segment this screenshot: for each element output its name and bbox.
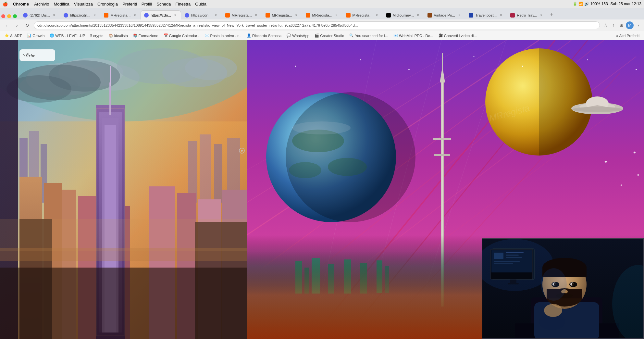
tab-11-favicon (427, 13, 432, 18)
tab-3-close[interactable]: × (132, 13, 137, 18)
svg-point-145 (544, 304, 562, 317)
bookmark-webmail-label: WebMail PEC - De... (399, 34, 433, 38)
refresh-button[interactable]: ↻ (23, 21, 31, 29)
tab-8-close[interactable]: × (334, 13, 339, 18)
tab-7-favicon (266, 13, 270, 18)
tab-4-active[interactable]: https://cdn... × (141, 10, 181, 19)
menu-right: 🔋 📶 🔊 100% 153 Sab 25 mar 12:13 (573, 2, 641, 6)
tab-7[interactable]: MRregista... × (262, 10, 302, 19)
svg-rect-72 (433, 138, 451, 140)
svg-point-70 (286, 92, 415, 222)
menu-cronologia[interactable]: Cronologia (97, 2, 118, 6)
share-icon[interactable]: ↑ (610, 22, 617, 29)
left-image-panel: Yr̃irbe (0, 40, 247, 339)
tab-12[interactable]: Travel post... × (465, 10, 507, 19)
webcam-overlay (482, 238, 644, 339)
tab-1-label: (2762) Dis... (30, 13, 50, 17)
maximize-window-button[interactable] (13, 14, 17, 18)
tab-13-close[interactable]: × (539, 13, 544, 18)
menu-finestra[interactable]: Finestra (175, 2, 191, 6)
bookmark-webmail[interactable]: 📧 WebMail PEC - De... (391, 33, 435, 38)
tab-4-label: https://cdn... (151, 13, 171, 17)
bookmark-star-icon[interactable]: ☆ (602, 22, 609, 29)
tab-13[interactable]: Retro Trav... × (507, 10, 547, 19)
svg-rect-18 (200, 134, 211, 203)
apple-menu[interactable]: 🍎 (3, 2, 8, 6)
bookmark-idealista-icon: 🏠 (109, 33, 113, 38)
bookmark-idealista-label: idealista (114, 34, 128, 38)
menu-visualizza[interactable]: Visualizza (74, 2, 93, 6)
bookmark-growth[interactable]: 📊 Growth (25, 33, 46, 38)
menu-profili[interactable]: Profili (142, 2, 152, 6)
bookmark-formazione[interactable]: 📚 Formazione (131, 33, 160, 38)
bookmark-posta-label: Posta in arrivo - r... (210, 34, 242, 38)
tab-5[interactable]: https://cdn... × (181, 10, 222, 19)
tab-9-favicon (346, 13, 351, 18)
bookmark-ai-art[interactable]: ⭐ AI ART (3, 33, 24, 38)
tab-12-close[interactable]: × (499, 13, 503, 18)
bookmark-search[interactable]: 🔍 You searched for I... (347, 33, 390, 38)
tab-2[interactable]: https://cdn... × (60, 10, 101, 19)
user-profile-icon[interactable]: M (626, 21, 634, 29)
tab-1-favicon (23, 13, 28, 18)
bookmark-idealista[interactable]: 🏠 idealista (107, 33, 130, 38)
tab-11[interactable]: Vintage Po... × (424, 10, 465, 19)
extensions-icon[interactable]: ⊞ (618, 22, 625, 29)
tab-12-favicon (469, 13, 473, 18)
menu-scheda[interactable]: Scheda (156, 2, 171, 6)
bookmark-converti[interactable]: 🎥 Converti i video di... (437, 33, 479, 38)
svg-point-8 (185, 56, 237, 80)
bookmark-calendar[interactable]: 📅 Google Calendar - (162, 33, 202, 38)
tab-10-close[interactable]: × (416, 13, 420, 18)
tab-4-favicon (144, 13, 149, 18)
tab-6[interactable]: MRregista... × (222, 10, 262, 19)
bookmark-riccardo[interactable]: 👤 Riccardo Scrocca (245, 33, 283, 38)
bookmark-more[interactable]: » Altri Preferiti (614, 33, 641, 38)
tab-4-close[interactable]: × (173, 13, 178, 18)
menu-guida[interactable]: Guida (195, 2, 206, 6)
tab-8[interactable]: MRregista... × (302, 10, 342, 19)
tab-9[interactable]: MRregista... × (342, 10, 383, 19)
new-tab-button[interactable]: + (547, 10, 556, 19)
bookmark-posta[interactable]: ✉️ Posta in arrivo - r... (203, 33, 244, 38)
tab-9-close[interactable]: × (375, 13, 379, 18)
minimize-window-button[interactable] (7, 14, 11, 18)
tab-8-favicon (306, 13, 310, 18)
menu-bar: 🍎 Chrome Archivio Modifica Visualizza Cr… (0, 0, 644, 8)
bookmark-crypto[interactable]: ₿ crypto (88, 33, 105, 38)
svg-text:Yr̃irbe: Yr̃irbe (23, 53, 35, 58)
svg-point-82 (295, 66, 296, 67)
svg-rect-125 (494, 263, 513, 264)
tab-9-label: MRregista... (353, 13, 373, 17)
forward-button[interactable]: › (13, 21, 21, 29)
bookmark-whatsapp-icon: 💬 (287, 33, 291, 38)
bookmark-web[interactable]: 🌐 WEB - LEVEL-UP (48, 33, 87, 38)
bookmark-riccardo-icon: 👤 (247, 33, 251, 38)
tab-3[interactable]: MRregista... × (100, 10, 141, 19)
svg-rect-73 (434, 154, 450, 156)
tab-10[interactable]: Midjourney... × (383, 10, 424, 19)
main-content: Yr̃irbe (0, 40, 644, 339)
bookmark-creator[interactable]: 🎬 Creator Studio (313, 33, 346, 38)
tab-5-close[interactable]: × (214, 13, 218, 18)
tab-6-close[interactable]: × (254, 13, 258, 18)
address-bar[interactable]: cdn.discordapp.com/attachments/101351233… (34, 21, 600, 29)
chrome-menu-icon[interactable]: ⋮ (635, 22, 641, 29)
svg-rect-75 (442, 53, 443, 69)
menu-archivio[interactable]: Archivio (34, 2, 49, 6)
menu-preferiti[interactable]: Preferiti (122, 2, 137, 6)
tab-11-close[interactable]: × (457, 13, 462, 18)
bookmark-converti-label: Converti i video di... (444, 34, 477, 38)
svg-point-85 (474, 56, 475, 57)
tab-1[interactable]: (2762) Dis... × (19, 10, 60, 19)
tab-8-label: MRregista... (312, 13, 332, 17)
tab-7-close[interactable]: × (294, 13, 299, 18)
back-button[interactable]: ‹ (3, 21, 10, 29)
bookmark-whatsapp[interactable]: 💬 WhatsApp (285, 33, 311, 38)
menu-items: Archivio Modifica Visualizza Cronologia … (34, 2, 206, 6)
tab-2-close[interactable]: × (92, 13, 97, 18)
tab-1-close[interactable]: × (52, 13, 56, 18)
menu-modifica[interactable]: Modifica (54, 2, 69, 6)
svg-rect-116 (508, 283, 519, 284)
close-window-button[interactable] (1, 14, 5, 18)
